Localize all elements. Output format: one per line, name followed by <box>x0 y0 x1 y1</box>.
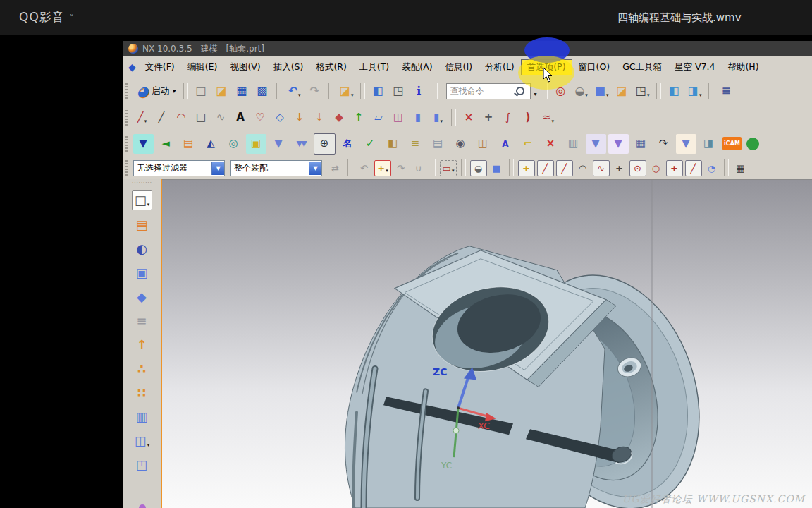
post-output-icon[interactable]: ▥ <box>563 134 584 154</box>
verify-icon[interactable]: ✓ <box>360 134 381 154</box>
sidebar-extra-icon[interactable] <box>139 504 146 508</box>
graphics-viewport[interactable]: ZC XC YC UG爱好者论坛 WWW.UGSNX.COM <box>162 179 812 508</box>
reuse-selection-icon[interactable]: ⇄ <box>328 161 343 176</box>
snap-quadrant-icon[interactable]: ○ <box>648 161 664 176</box>
text-icon[interactable]: A <box>232 109 250 126</box>
balls-tray-icon[interactable]: ∴ <box>133 359 152 378</box>
snap-intersection-icon[interactable]: + <box>612 161 627 176</box>
wrench-icon[interactable]: ⌐ <box>518 134 539 154</box>
wave-link-icon[interactable]: ◫▾ <box>133 431 152 450</box>
machine-sim-icon[interactable]: ◫ <box>473 134 493 154</box>
menu-format[interactable]: 格式(R) <box>309 59 352 75</box>
open-recent-icon[interactable]: ◪▾ <box>338 82 356 100</box>
toolbar-grip[interactable] <box>125 83 128 99</box>
icam-button[interactable]: iCAM <box>722 137 742 150</box>
grid-icon[interactable]: ▦ <box>733 161 749 176</box>
menu-edit[interactable]: 编辑(E) <box>181 59 224 75</box>
delete-operation-icon[interactable]: × <box>541 134 561 154</box>
pages-icon[interactable]: ▥ <box>133 407 152 426</box>
snap-center-icon[interactable]: ⊙ <box>629 160 646 176</box>
menu-analysis[interactable]: 分析(L) <box>479 59 521 75</box>
extend-curve-icon[interactable]: ) <box>519 109 537 126</box>
find-command-box[interactable]: 查找命令 <box>446 83 531 99</box>
snap-midpoint-icon[interactable]: ╱ <box>556 160 573 176</box>
sim-compare-icon[interactable]: ◨ <box>699 134 719 154</box>
grab-icon[interactable]: ∪ <box>411 161 426 176</box>
shaded-cube-icon[interactable]: ■▾ <box>593 82 611 100</box>
tube-icon[interactable]: ▮▾ <box>429 109 447 126</box>
ipw-icon[interactable]: ▣ <box>246 134 266 154</box>
sheet-body-icon[interactable]: ◇ <box>271 109 289 126</box>
menu-insert[interactable]: 插入(S) <box>267 59 310 75</box>
mill-tool-icon[interactable]: ▼ <box>269 134 289 154</box>
extrude-icon[interactable]: ▮ <box>410 109 427 126</box>
stock-icon[interactable]: ◧ <box>383 134 403 154</box>
redo-icon[interactable]: ↷ <box>306 82 324 100</box>
undo-selection-icon[interactable]: ↶ <box>357 161 372 176</box>
arrange-window-icon[interactable]: ◨▾ <box>686 82 704 100</box>
pocket-icon[interactable]: ◳ <box>133 455 152 474</box>
spring-icon[interactable]: ≡ <box>133 311 152 330</box>
annotate-icon[interactable]: A <box>496 134 516 154</box>
dropdown-arrow-icon[interactable]: ▼ <box>309 162 321 175</box>
sketch-line-icon[interactable]: ╱ <box>153 109 171 126</box>
menu-file[interactable]: 文件(F) <box>139 59 181 75</box>
trim-curve-icon[interactable]: × <box>460 109 478 126</box>
drill-group-icon[interactable]: ▼▼ <box>291 134 312 154</box>
render-style-icon[interactable]: ◒▾ <box>572 82 591 100</box>
snap-point-icon[interactable]: + <box>666 160 683 176</box>
transform-icon[interactable]: ▦ <box>631 134 651 154</box>
menu-tools[interactable]: 工具(T) <box>353 59 395 75</box>
rectangle-icon[interactable]: □ <box>192 109 210 126</box>
arc-icon[interactable]: ◠ <box>173 109 190 126</box>
corner-block-icon[interactable]: ◆ <box>133 287 152 306</box>
profile-curve-icon[interactable]: ♡ <box>252 109 269 126</box>
display-tool-icon[interactable]: ◎ <box>223 134 244 154</box>
operation-navigator-icon[interactable]: ▤ <box>178 134 199 154</box>
snap-auto-icon[interactable]: + <box>518 160 535 176</box>
cube-hole-icon[interactable]: ▣ <box>133 263 152 282</box>
cube-snap-icon[interactable]: ■ <box>489 161 505 176</box>
toolbar-grip[interactable] <box>125 110 128 126</box>
menu-xingkong-v74[interactable]: 星空 V7.4 <box>668 59 721 75</box>
save-as-icon[interactable]: ▩ <box>254 82 272 100</box>
snap-face-icon[interactable]: ◔ <box>704 161 720 176</box>
window-display-icon[interactable]: ◳▾ <box>634 82 652 100</box>
datum-plane-icon[interactable]: ▱ <box>370 109 388 126</box>
save-icon[interactable]: ▦ <box>233 82 252 100</box>
rectangle-select-icon[interactable]: ▭▾ <box>440 160 457 176</box>
extract-body-icon[interactable]: ↑ <box>133 335 152 354</box>
snap-endpoint-icon[interactable]: ╱ <box>537 160 554 176</box>
menu-preferences[interactable]: 首选项(P) <box>521 59 572 75</box>
shaded-snap-icon[interactable]: ◒ <box>470 160 487 176</box>
export-window-icon[interactable]: ◧ <box>665 82 684 100</box>
undo-icon[interactable]: ↶▾ <box>285 82 304 100</box>
window-swap-icon[interactable]: ◧ <box>369 82 388 100</box>
toolbar-grip[interactable] <box>125 136 128 152</box>
mill-area-icon[interactable]: ⊕ <box>314 133 336 155</box>
project-curve-icon[interactable]: ↓ <box>291 109 309 126</box>
launch-menu-button[interactable]: ◕ 启动 ▾ <box>133 82 179 100</box>
snap-curve-icon[interactable]: ◠ <box>575 161 591 176</box>
revolve-icon[interactable]: ◫ <box>390 109 407 126</box>
window-new-icon[interactable]: ◳ <box>390 82 408 100</box>
rotate-wcs-icon[interactable]: ↷ <box>393 161 409 176</box>
line-icon[interactable]: ╱▾ <box>133 109 151 126</box>
menu-information[interactable]: 信息(I) <box>439 59 479 75</box>
player-app-menu[interactable]: QQ影音˅ <box>19 9 75 25</box>
bookmark-icon[interactable]: ▤ <box>133 215 152 234</box>
new-part-icon[interactable]: □ <box>192 82 211 100</box>
info-icon[interactable]: ℹ <box>410 82 429 100</box>
find-dropdown-icon[interactable]: ▾ <box>534 91 537 97</box>
engrave-icon[interactable]: ▼ <box>676 134 696 154</box>
menu-window[interactable]: 窗口(O) <box>572 59 617 75</box>
pattern-icon[interactable]: ∷ <box>133 383 152 402</box>
extract-curve-icon[interactable]: ↑ <box>350 109 368 126</box>
sidebar-grip[interactable]: ········· <box>132 181 152 185</box>
mirror-icon[interactable]: ◭ <box>201 134 221 154</box>
polyline-icon[interactable]: ∿ <box>212 109 230 126</box>
divide-curve-icon[interactable]: + <box>480 109 498 126</box>
select-plane-icon[interactable]: □▾ <box>132 190 152 210</box>
toolbar-grip[interactable] <box>125 160 128 176</box>
drill-tile-icon[interactable]: ▼ <box>586 134 606 154</box>
